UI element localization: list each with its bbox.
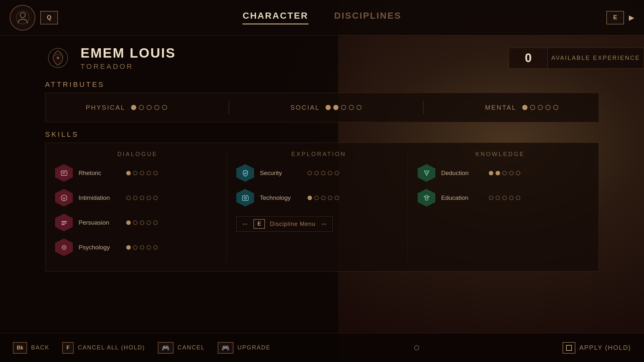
attr-physical-dots <box>131 105 167 110</box>
upgrade-key: 🎮 <box>218 342 233 354</box>
attributes-section: ATTRIBUTES PHYSICAL SOCIAL <box>45 80 599 122</box>
top-navigation: Q CHARACTER DISCIPLINES E ▶ <box>0 0 644 35</box>
technology-label: Technology <box>260 194 302 201</box>
dot <box>333 105 338 110</box>
character-name: EMEM LOUIS <box>80 45 473 61</box>
upgrade-label: UPGRADE <box>237 344 270 351</box>
skill-technology[interactable]: Technology <box>236 189 401 207</box>
dot <box>326 105 331 110</box>
rhetoric-label: Rhetoric <box>79 170 120 177</box>
skill-intimidation[interactable]: Intimidation <box>55 189 220 207</box>
persuasion-icon <box>55 214 73 231</box>
skill-deduction[interactable]: Deduction <box>418 164 582 182</box>
cancel-button[interactable]: 🎮 CANCEL <box>158 342 205 354</box>
attr-divider <box>229 101 229 114</box>
security-label: Security <box>260 170 302 177</box>
svg-rect-4 <box>61 171 67 175</box>
e-key-button[interactable]: E <box>606 11 624 24</box>
dot <box>162 105 167 110</box>
clan-emblem <box>45 45 71 71</box>
technology-dots <box>308 196 339 200</box>
rhetoric-icon <box>55 164 73 182</box>
svg-rect-17 <box>242 196 248 200</box>
svg-point-18 <box>244 197 246 199</box>
psychology-icon <box>55 238 73 256</box>
skill-security[interactable]: Security <box>236 164 401 182</box>
discipline-hint-label: Discipline Menu <box>270 221 316 227</box>
cancel-key: 🎮 <box>158 342 174 354</box>
character-info: EMEM LOUIS TOREADOR 0 AVAILABLE EXPERIEN… <box>45 45 644 71</box>
tab-disciplines[interactable]: DISCIPLINES <box>334 11 402 24</box>
right-arrow-icon: ▶ <box>629 14 634 22</box>
svg-point-15 <box>62 247 62 248</box>
deduction-icon <box>418 164 435 182</box>
persuasion-dots <box>126 220 158 225</box>
skills-panel: DIALOGUE Rhetoric <box>45 143 599 272</box>
attr-social[interactable]: SOCIAL <box>290 104 362 111</box>
attributes-panel: PHYSICAL SOCIAL <box>45 93 599 122</box>
nav-right: E ▶ <box>606 11 634 24</box>
skills-section: SKILLS DIALOGUE Rhetoric <box>45 130 599 272</box>
svg-point-0 <box>20 13 25 18</box>
dot <box>522 105 527 110</box>
exploration-header: EXPLORATION <box>236 151 401 158</box>
knowledge-header: KNOWLEDGE <box>418 151 582 158</box>
dot <box>341 105 346 110</box>
attr-physical[interactable]: PHYSICAL <box>86 104 167 111</box>
tab-character[interactable]: CHARACTER <box>242 11 308 24</box>
persuasion-label: Persuasion <box>79 219 120 226</box>
dot <box>356 105 362 110</box>
experience-value: 0 <box>509 48 548 68</box>
skills-columns: DIALOGUE Rhetoric <box>55 151 589 263</box>
bottom-bar: Bk BACK F CANCEL ALL (HOLD) 🎮 CANCEL 🎮 U… <box>0 333 644 362</box>
back-key: Bk <box>13 342 27 354</box>
back-label: BACK <box>31 344 49 351</box>
skill-rhetoric[interactable]: Rhetoric <box>55 164 220 182</box>
q-key-button[interactable]: Q <box>40 11 58 24</box>
attr-mental-dots <box>522 105 558 110</box>
dot <box>147 105 152 110</box>
intimidation-dots <box>126 196 158 200</box>
skill-education[interactable]: Education <box>418 189 582 207</box>
back-button[interactable]: Bk BACK <box>13 342 49 354</box>
skills-col-exploration: EXPLORATION Security <box>226 151 408 263</box>
cancel-all-key: F <box>62 342 74 354</box>
skill-persuasion[interactable]: Persuasion <box>55 214 220 231</box>
svg-point-3 <box>57 57 59 59</box>
character-name-block: EMEM LOUIS TOREADOR <box>80 45 473 71</box>
nav-left: Q <box>10 5 58 31</box>
skills-col-dialogue: DIALOGUE Rhetoric <box>55 151 226 263</box>
attr-social-dots <box>326 105 362 110</box>
apply-key <box>563 342 575 354</box>
attr-mental[interactable]: MENTAL <box>485 104 558 111</box>
intimidation-icon <box>55 189 73 207</box>
svg-rect-20 <box>566 345 572 350</box>
skill-psychology[interactable]: Psychology <box>55 238 220 256</box>
character-clan: TOREADOR <box>80 62 473 71</box>
apply-button[interactable]: APPLY (HOLD) <box>563 342 631 354</box>
deduction-dots <box>489 171 520 175</box>
dot <box>530 105 535 110</box>
dot <box>154 105 159 110</box>
dot <box>349 105 354 110</box>
svg-point-16 <box>66 247 66 248</box>
security-icon <box>236 164 254 182</box>
attr-physical-label: PHYSICAL <box>86 104 125 111</box>
upgrade-button[interactable]: 🎮 UPGRADE <box>218 342 270 354</box>
attr-social-label: SOCIAL <box>290 104 320 111</box>
dialogue-header: DIALOGUE <box>55 151 220 158</box>
center-dot <box>414 345 419 350</box>
intimidation-label: Intimidation <box>79 194 120 201</box>
education-icon <box>418 189 435 207</box>
discipline-hint: ↔ E Discipline Menu ↔ <box>236 216 333 232</box>
svg-point-7 <box>61 195 67 201</box>
skills-col-knowledge: KNOWLEDGE Deduction <box>408 151 589 263</box>
attributes-header: ATTRIBUTES <box>45 80 599 89</box>
experience-box: 0 AVAILABLE EXPERIENCE <box>509 48 644 69</box>
attr-mental-label: MENTAL <box>485 104 516 111</box>
security-dots <box>308 171 339 175</box>
cancel-all-button[interactable]: F CANCEL ALL (HOLD) <box>62 342 145 354</box>
svg-point-12 <box>63 247 65 248</box>
rhetoric-dots <box>126 171 158 175</box>
education-label: Education <box>441 194 483 201</box>
